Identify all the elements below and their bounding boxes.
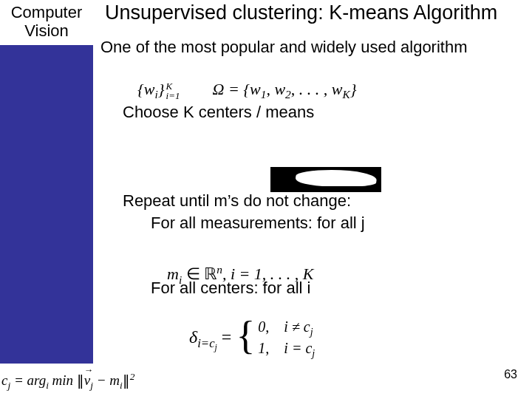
choose-text: Choose K centers / means: [123, 103, 525, 122]
sidebar-title-line1: Computer: [11, 3, 83, 21]
sidebar-title: Computer Vision: [0, 0, 93, 45]
sidebar: Computer Vision cj = argi min ‖vj − mi‖2: [0, 0, 93, 399]
image-placeholder: [270, 167, 381, 192]
main-content: Unsupervised clustering: K-means Algorit…: [93, 0, 532, 399]
formula-weight-set: {wi}Ki=1 Ω = {w1, w2, . . . , wK}: [137, 80, 357, 101]
sidebar-title-line2: Vision: [24, 21, 69, 40]
intro-text: One of the most popular and widely used …: [100, 38, 525, 57]
page-number: 63: [504, 368, 517, 381]
for-measurements-text: For all measurements: for all j: [151, 214, 525, 233]
formula-mi: mi ∈ ℝn, i = 1, . . . , K: [167, 263, 314, 287]
formula-delta: δi=cj = { 0, i ≠ cj 1, i = cj: [189, 318, 315, 360]
slide-title: Unsupervised clustering: K-means Algorit…: [100, 1, 525, 24]
repeat-text: Repeat until m’s do not change:: [123, 191, 525, 211]
